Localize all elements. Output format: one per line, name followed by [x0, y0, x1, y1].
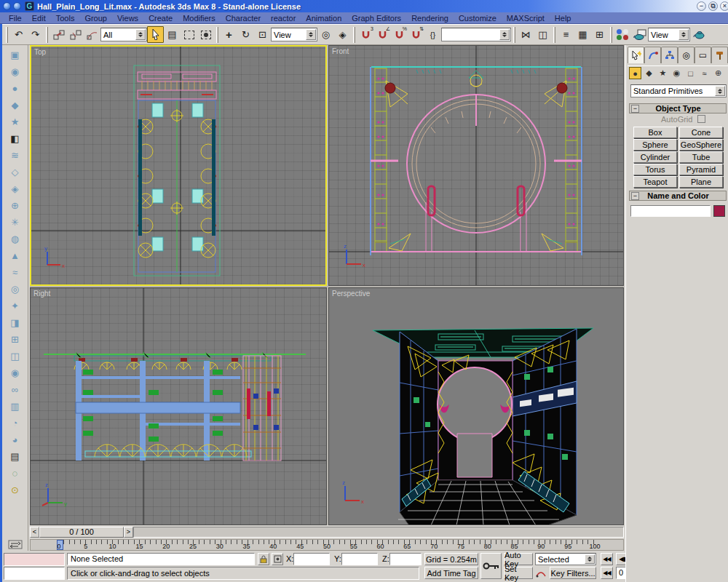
- time-slider-next-button[interactable]: >: [124, 527, 133, 538]
- object-name-field[interactable]: [630, 205, 711, 217]
- menu-maxscript[interactable]: MAXScript: [502, 14, 550, 23]
- combo-arrows[interactable]: [306, 29, 316, 40]
- teapot-button[interactable]: Teapot: [633, 176, 677, 188]
- viewport-perspective-label[interactable]: Perspective: [332, 290, 370, 298]
- tab-modify[interactable]: [644, 47, 661, 63]
- time-slider-prev-button[interactable]: <: [30, 527, 39, 538]
- unlink-icon[interactable]: [67, 26, 84, 43]
- tab-create[interactable]: [628, 47, 644, 63]
- viewport-front-label[interactable]: Front: [332, 47, 349, 55]
- combo-arrows[interactable]: [678, 29, 689, 40]
- autogrid-checkbox[interactable]: [697, 115, 705, 123]
- waves-icon[interactable]: ≈: [7, 264, 24, 281]
- systems-icon[interactable]: ⊕: [712, 67, 724, 79]
- key-filters-button[interactable]: Key Filters...: [550, 567, 596, 579]
- lever-icon[interactable]: ◈: [7, 180, 24, 197]
- time-slider-handle[interactable]: 0 / 100: [39, 527, 124, 538]
- patch-icon[interactable]: ◧: [7, 130, 24, 147]
- menu-rendering[interactable]: Rendering: [406, 14, 454, 23]
- track-bar[interactable]: 0510152025303540455055606570758085909510…: [30, 539, 624, 551]
- quick-render-button[interactable]: [690, 26, 707, 43]
- auto-key-button[interactable]: Auto Key: [504, 553, 533, 565]
- menu-modifiers[interactable]: Modifiers: [178, 14, 221, 23]
- torus-button[interactable]: Torus: [633, 164, 677, 175]
- percent-snap-button[interactable]: %: [391, 26, 408, 43]
- titlebar-orb-1[interactable]: [3, 2, 11, 10]
- grid-setting[interactable]: Grid = 0.254m: [424, 553, 478, 565]
- key-selection-combo[interactable]: Selected: [535, 553, 596, 565]
- default-in-out-tangent-icon[interactable]: [535, 567, 547, 579]
- close-button[interactable]: ×: [720, 1, 728, 11]
- flower-icon[interactable]: ✳: [7, 214, 24, 231]
- menu-file[interactable]: File: [4, 14, 27, 23]
- car-icon[interactable]: ◍: [7, 231, 24, 247]
- menu-graph-editors[interactable]: Graph Editors: [347, 14, 406, 23]
- primitives-category-combo[interactable]: Standard Primitives: [630, 84, 727, 97]
- cubes-icon[interactable]: ▣: [7, 47, 24, 63]
- viewport-top-label[interactable]: Top: [34, 48, 46, 56]
- menu-group[interactable]: Group: [79, 14, 112, 23]
- selection-filter-combo[interactable]: All: [100, 28, 147, 41]
- x-field[interactable]: [293, 553, 330, 565]
- z-field[interactable]: [389, 553, 422, 565]
- select-scale-button[interactable]: ⊡: [254, 26, 271, 43]
- gear-icon[interactable]: ⊕: [7, 197, 24, 214]
- title-bar[interactable]: G Hall_Plain_Long_Lit.max - Autodesk 3ds…: [0, 0, 728, 12]
- cameras-icon[interactable]: ◉: [670, 67, 683, 79]
- titlebar-orb-2[interactable]: [13, 2, 21, 10]
- schematic-view-button[interactable]: ⊞: [591, 26, 608, 43]
- star-icon[interactable]: ★: [7, 113, 24, 130]
- menu-views[interactable]: Views: [112, 14, 143, 23]
- menu-reactor[interactable]: reactor: [266, 14, 301, 23]
- zoom-scene-icon[interactable]: ◌: [7, 465, 24, 482]
- curve-editor-button[interactable]: ▦: [574, 26, 591, 43]
- tube-button[interactable]: Tube: [679, 151, 723, 163]
- add-time-tag[interactable]: Add Time Tag: [424, 567, 478, 579]
- set-key-button[interactable]: Set Key: [504, 567, 533, 579]
- object-type-rollout[interactable]: − Object Type: [629, 103, 727, 113]
- absolute-offset-toggle[interactable]: [272, 553, 283, 565]
- menu-tools[interactable]: Tools: [51, 14, 80, 23]
- biped-icon[interactable]: ✦: [7, 298, 24, 314]
- window-crossing-button[interactable]: [197, 26, 214, 43]
- wheel-icon[interactable]: ◉: [7, 364, 24, 381]
- select-manipulate-button[interactable]: ◈: [334, 26, 351, 43]
- edit-named-sets-button[interactable]: {}: [424, 26, 441, 43]
- select-rotate-button[interactable]: ↻: [237, 26, 254, 43]
- lathe-icon[interactable]: ◆: [7, 97, 24, 113]
- tab-display[interactable]: ▭: [695, 47, 711, 63]
- set-keys-button[interactable]: [480, 553, 502, 579]
- go-to-start-button[interactable]: ◀◀: [601, 553, 613, 565]
- use-center-button[interactable]: ◎: [317, 26, 334, 43]
- collapse-icon[interactable]: −: [631, 192, 639, 200]
- layer-manager-button[interactable]: ≡: [558, 26, 574, 43]
- rect-selection-region-button[interactable]: [181, 26, 197, 43]
- cloth-sphere-icon[interactable]: ◔: [7, 415, 24, 431]
- cone-button[interactable]: Cone: [679, 127, 723, 138]
- named-selection-combo[interactable]: [441, 28, 511, 41]
- select-object-button[interactable]: [147, 26, 164, 43]
- y-field[interactable]: [341, 553, 378, 565]
- plant-icon[interactable]: ▲: [7, 247, 24, 264]
- reference-coord-combo[interactable]: View: [271, 28, 317, 41]
- object-color-swatch[interactable]: [713, 205, 725, 217]
- chair-icon[interactable]: ◫: [7, 348, 24, 364]
- combo-arrows[interactable]: [499, 29, 510, 40]
- menu-help[interactable]: Help: [550, 14, 577, 23]
- angle-snap-button[interactable]: ∠: [374, 26, 391, 43]
- select-by-name-button[interactable]: ▤: [164, 26, 181, 43]
- viewport-front[interactable]: Front: [328, 45, 624, 286]
- collapse-icon[interactable]: −: [631, 105, 639, 113]
- spinner-snap-button[interactable]: ⇅: [408, 26, 424, 43]
- mini-curve-editor-icon[interactable]: [8, 539, 24, 550]
- chain-icon[interactable]: ∞: [7, 381, 24, 398]
- menu-customize[interactable]: Customize: [454, 14, 502, 23]
- spacewarps-icon[interactable]: ≈: [698, 67, 711, 79]
- align-button[interactable]: ◫: [534, 26, 551, 43]
- bind-spacewarp-icon[interactable]: [84, 26, 100, 43]
- select-move-button[interactable]: +: [221, 26, 237, 43]
- sphere-icon[interactable]: ●: [7, 80, 24, 97]
- box-button[interactable]: Box: [633, 127, 677, 138]
- helpers-icon[interactable]: □: [684, 67, 697, 79]
- key-mode-toggle[interactable]: ◀◀: [601, 567, 613, 579]
